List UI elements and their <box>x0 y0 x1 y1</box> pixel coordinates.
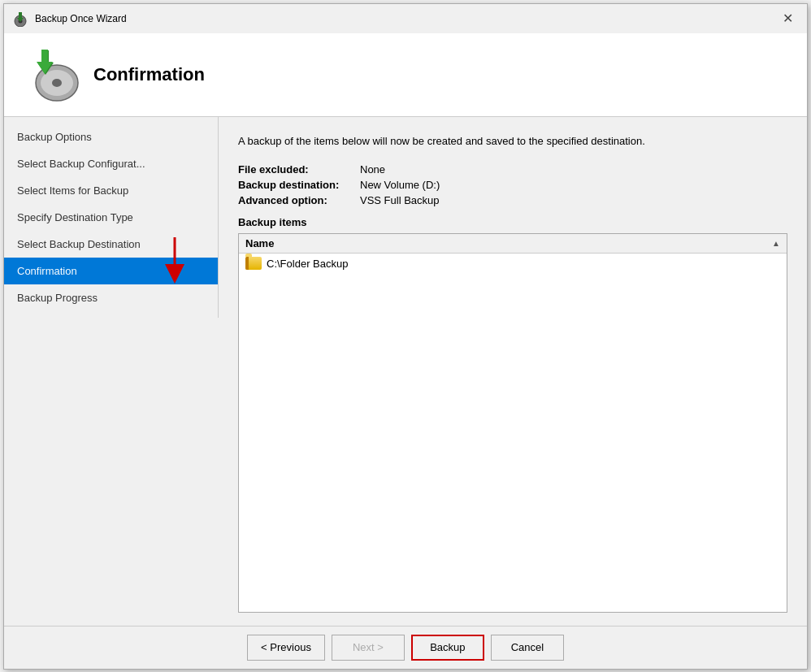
cancel-button[interactable]: Cancel <box>491 635 564 661</box>
sidebar-item-backup-options[interactable]: Backup Options <box>4 124 218 150</box>
sidebar-item-select-items[interactable]: Select Items for Backup <box>4 177 218 204</box>
sidebar-item-specify-destination[interactable]: Specify Destination Type <box>4 204 218 231</box>
close-button[interactable]: ✕ <box>776 7 799 30</box>
sidebar-item-select-backup-dest[interactable]: Select Backup Destination <box>4 231 218 258</box>
list-header: Name ▲ <box>239 234 787 254</box>
title-bar: Backup Once Wizard ✕ <box>4 4 807 33</box>
sidebar-wrapper: Backup Options Select Backup Configurat.… <box>4 117 219 626</box>
next-button[interactable]: Next > <box>332 635 405 661</box>
body-area: Backup Options Select Backup Configurat.… <box>4 117 807 626</box>
folder-icon <box>245 257 262 270</box>
description-text: A backup of the items below will now be … <box>238 133 787 150</box>
backup-list-container: Name ▲ C:\Folder Backup <box>238 233 787 613</box>
sidebar: Backup Options Select Backup Configurat.… <box>4 117 219 318</box>
page-title: Confirmation <box>93 64 205 85</box>
field-value-2: VSS Full Backup <box>360 194 787 206</box>
field-value-1: New Volume (D:) <box>360 179 787 191</box>
sidebar-item-backup-progress[interactable]: Backup Progress <box>4 284 218 311</box>
app-icon <box>12 11 28 27</box>
dialog-window: Backup Once Wizard ✕ Confirmation Backup… <box>3 3 808 670</box>
footer: < Previous Next > Backup Cancel <box>4 626 807 669</box>
field-label-0: File excluded: <box>238 163 360 176</box>
sidebar-item-select-backup-config[interactable]: Select Backup Configurat... <box>4 150 218 177</box>
field-value-0: None <box>360 163 787 176</box>
main-content: A backup of the items below will now be … <box>219 117 807 626</box>
sidebar-item-confirmation[interactable]: Confirmation <box>4 258 218 284</box>
backup-button[interactable]: Backup <box>411 635 484 661</box>
title-bar-text: Backup Once Wizard <box>35 13 776 24</box>
list-item: C:\Folder Backup <box>239 254 787 273</box>
previous-button[interactable]: < Previous <box>247 635 325 661</box>
list-item-name: C:\Folder Backup <box>267 258 348 270</box>
backup-items-label: Backup items <box>238 216 787 228</box>
chevron-up-icon: ▲ <box>772 239 780 248</box>
header-icon <box>20 46 85 103</box>
info-grid: File excluded: None Backup destination: … <box>238 163 787 206</box>
header-area: Confirmation <box>4 33 807 117</box>
svg-point-5 <box>52 79 62 87</box>
field-label-1: Backup destination: <box>238 179 360 191</box>
field-label-2: Advanced option: <box>238 194 360 206</box>
backup-wizard-icon <box>24 46 81 103</box>
